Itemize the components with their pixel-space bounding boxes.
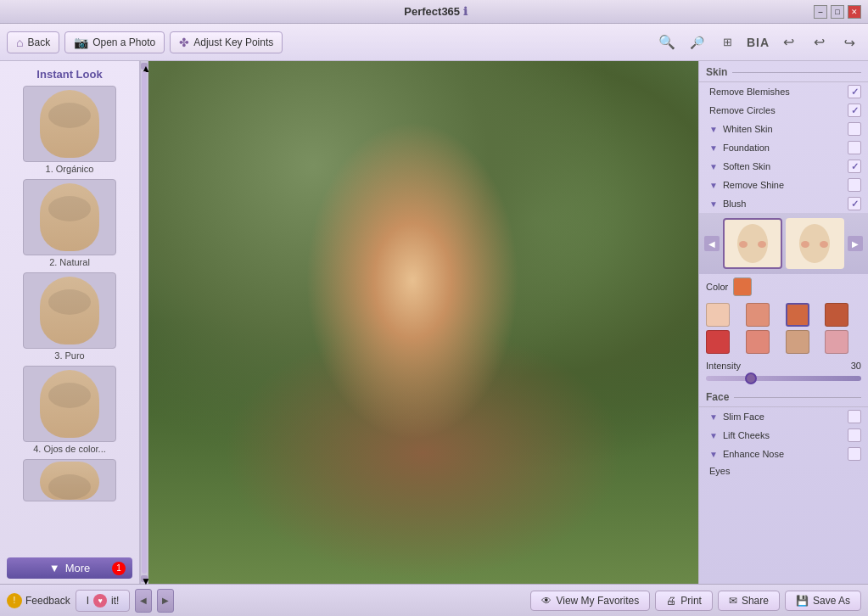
whiten-expand-icon[interactable]: ▼ xyxy=(709,125,718,134)
save-as-button[interactable]: 💾 Save As xyxy=(785,591,861,611)
heart-icon: ♥ xyxy=(93,594,107,608)
look-thumbnail xyxy=(23,366,116,442)
close-button[interactable]: ✕ xyxy=(848,5,861,19)
color-swatch-7[interactable] xyxy=(786,330,809,354)
blush-face-1[interactable] xyxy=(723,218,782,269)
undo-button[interactable]: ↩ xyxy=(776,31,800,54)
redo-button[interactable]: ↩ xyxy=(837,31,861,54)
view-favorites-label: View My Favorites xyxy=(556,595,639,607)
whiten-skin-checkbox[interactable] xyxy=(848,122,861,136)
print-button[interactable]: 🖨 Print xyxy=(655,591,713,611)
foundation-row: ▼ Foundation xyxy=(699,138,868,157)
back-button[interactable]: ⌂ Back xyxy=(7,31,59,53)
lift-cheeks-label: Lift Cheeks xyxy=(723,430,844,440)
share-label: Share xyxy=(742,595,769,607)
titlebar: Perfect365 ℹ – □ ✕ xyxy=(0,0,868,24)
maximize-button[interactable]: □ xyxy=(831,5,844,19)
adjust-key-points-button[interactable]: ✤ Adjust Key Points xyxy=(170,31,283,53)
remove-blemishes-checkbox[interactable] xyxy=(848,85,861,98)
shine-expand-icon[interactable]: ▼ xyxy=(709,181,718,190)
save-icon: 💾 xyxy=(796,595,809,607)
list-item[interactable]: 4. Ojos de color... xyxy=(7,366,132,454)
remove-shine-row: ▼ Remove Shine xyxy=(699,176,868,194)
prev-nav-button[interactable]: ◀ xyxy=(135,589,152,613)
foundation-label: Foundation xyxy=(723,143,844,153)
undo2-button[interactable]: ↩ xyxy=(807,31,831,54)
open-photo-label: Open a Photo xyxy=(92,36,155,48)
color-swatch-4[interactable] xyxy=(825,303,848,327)
lift-cheeks-expand-icon[interactable]: ▼ xyxy=(709,431,718,440)
scrollbar-down[interactable]: ▼ xyxy=(141,575,148,582)
i-love-it-button[interactable]: I ♥ it! xyxy=(76,590,131,612)
intensity-thumb[interactable] xyxy=(745,372,757,384)
look-label: 3. Puro xyxy=(54,350,84,361)
info-icon[interactable]: ℹ xyxy=(463,5,468,18)
app-title: Perfect365 ℹ xyxy=(58,5,814,18)
remove-circles-checkbox[interactable] xyxy=(848,104,861,117)
face-section-line xyxy=(734,397,861,398)
blush-prev-button[interactable]: ◀ xyxy=(704,236,720,251)
color-swatch-1[interactable] xyxy=(706,303,730,327)
fit-button[interactable]: ⊞ xyxy=(716,31,740,54)
color-swatch-2[interactable] xyxy=(746,303,770,327)
soften-expand-icon[interactable]: ▼ xyxy=(709,162,718,171)
remove-circles-label: Remove Circles xyxy=(709,105,844,115)
look-label: 1. Orgánico xyxy=(46,164,94,174)
remove-circles-row: Remove Circles xyxy=(699,101,868,120)
minimize-button[interactable]: – xyxy=(814,5,827,19)
zoom-out-button[interactable]: 🔎 xyxy=(686,31,709,54)
intensity-slider-container xyxy=(699,374,868,386)
sidebar-scrollbar[interactable]: ▲ ▼ xyxy=(140,61,148,584)
zoom-in-button[interactable]: 🔍 xyxy=(655,31,679,54)
color-swatch-3[interactable] xyxy=(786,303,809,327)
lift-cheeks-checkbox[interactable] xyxy=(848,428,861,442)
list-item[interactable]: 1. Orgánico xyxy=(7,86,132,174)
enhance-nose-row: ▼ Enhance Nose xyxy=(699,445,868,463)
scrollbar-thumb[interactable] xyxy=(142,71,147,574)
feedback-label: Feedback xyxy=(25,595,70,607)
blush-checkbox[interactable] xyxy=(848,197,861,210)
list-item[interactable]: 3. Puro xyxy=(7,272,132,361)
toolbar: ⌂ Back 📷 Open a Photo ✤ Adjust Key Point… xyxy=(0,24,868,61)
feedback-button[interactable]: ! Feedback xyxy=(7,593,70,608)
enhance-nose-checkbox[interactable] xyxy=(848,447,861,461)
open-photo-button[interactable]: 📷 Open a Photo xyxy=(64,31,165,53)
foundation-checkbox[interactable] xyxy=(848,141,861,154)
blush-next-button[interactable]: ▶ xyxy=(848,236,863,251)
share-button[interactable]: ✉ Share xyxy=(718,591,780,611)
back-label: Back xyxy=(27,36,50,48)
slim-face-expand-icon[interactable]: ▼ xyxy=(709,412,718,422)
blush-expand-icon[interactable]: ▼ xyxy=(709,199,718,209)
blush-face-selector: ◀ ▶ xyxy=(699,213,868,274)
more-badge: 1 xyxy=(112,562,126,575)
foundation-expand-icon[interactable]: ▼ xyxy=(709,143,718,153)
blush-face-2[interactable] xyxy=(786,218,845,269)
more-button[interactable]: ▼ More 1 xyxy=(7,557,132,579)
color-swatch-8[interactable] xyxy=(825,330,848,354)
face-preview-face xyxy=(40,370,99,438)
soften-skin-checkbox[interactable] xyxy=(848,160,861,173)
skin-section-header: Skin xyxy=(699,61,868,82)
color-swatch-5[interactable] xyxy=(706,330,730,354)
list-item[interactable] xyxy=(7,459,132,501)
look-list: 1. Orgánico 2. Natural 3. Puro 4. Ojos d… xyxy=(0,86,139,552)
face-label: Face xyxy=(706,391,729,403)
section-line xyxy=(732,72,861,73)
slim-face-checkbox[interactable] xyxy=(848,410,861,423)
color-swatch-6[interactable] xyxy=(746,330,770,354)
enhance-nose-expand-icon[interactable]: ▼ xyxy=(709,450,718,459)
view-favorites-button[interactable]: 👁 View My Favorites xyxy=(530,591,650,611)
list-item[interactable]: 2. Natural xyxy=(7,179,132,267)
adjust-icon: ✤ xyxy=(179,36,189,49)
look-thumbnail xyxy=(23,86,116,162)
remove-shine-checkbox[interactable] xyxy=(848,178,861,192)
face-preview-face xyxy=(40,277,99,344)
slim-face-row: ▼ Slim Face xyxy=(699,407,868,426)
current-color-swatch[interactable] xyxy=(733,277,752,296)
bia-label: BIA xyxy=(747,36,770,49)
next-nav-button[interactable]: ▶ xyxy=(157,589,174,613)
look-label: 4. Ojos de color... xyxy=(33,444,106,454)
title-text: Perfect365 xyxy=(404,5,460,18)
scrollbar-up[interactable]: ▲ xyxy=(141,63,148,70)
slim-face-label: Slim Face xyxy=(723,412,844,422)
